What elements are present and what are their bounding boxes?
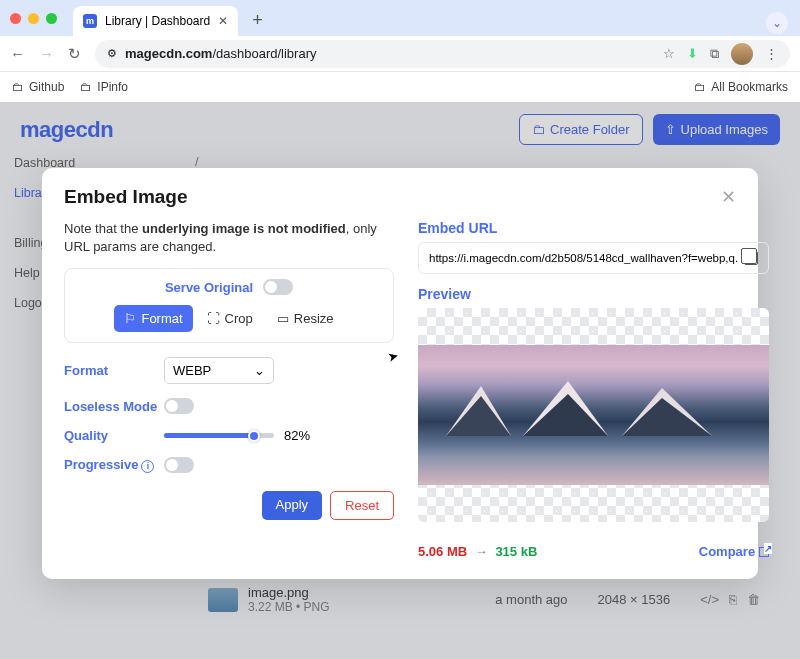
serve-original-label: Serve Original — [165, 280, 253, 295]
bookmarks-bar: 🗀Github 🗀IPinfo 🗀All Bookmarks — [0, 72, 800, 102]
bookmark-github[interactable]: 🗀Github — [12, 80, 64, 94]
favicon-icon: m — [83, 14, 97, 28]
preview-label: Preview — [418, 286, 769, 302]
lossless-toggle[interactable] — [164, 398, 194, 414]
progressive-toggle[interactable] — [164, 457, 194, 473]
size-comparison: 5.06 MB → 315 kB — [418, 544, 537, 559]
bookmark-all[interactable]: 🗀All Bookmarks — [694, 80, 788, 94]
star-icon[interactable]: ☆ — [663, 46, 675, 61]
browser-tabstrip: m Library | Dashboard ✕ + ⌄ — [0, 0, 800, 36]
url-path: /dashboard/library — [212, 46, 316, 61]
quality-value: 82% — [284, 428, 310, 443]
embed-url-label: Embed URL — [418, 220, 769, 236]
copy-url-icon[interactable] — [744, 251, 758, 265]
maximize-window-icon[interactable] — [46, 13, 57, 24]
embed-image-modal: Embed Image ✕ Note that the underlying i… — [42, 168, 758, 579]
crop-icon: ⛶ — [207, 311, 220, 326]
apply-button[interactable]: Apply — [262, 491, 323, 520]
arrow-icon: → — [475, 544, 488, 559]
folder-icon: 🗀 — [80, 80, 92, 94]
close-icon[interactable]: ✕ — [721, 186, 736, 208]
close-window-icon[interactable] — [10, 13, 21, 24]
forward-icon[interactable]: → — [39, 45, 54, 62]
folder-icon: 🗀 — [12, 80, 24, 94]
browser-tab[interactable]: m Library | Dashboard ✕ — [73, 6, 238, 36]
embed-url-value: https://i.magecdn.com/d2b508/5148cd_wall… — [429, 252, 738, 264]
chevron-down-icon: ⌄ — [254, 363, 265, 378]
modal-title: Embed Image — [64, 186, 188, 208]
size-before: 5.06 MB — [418, 544, 467, 559]
collapse-icon[interactable]: ⌄ — [766, 12, 788, 34]
address-bar[interactable]: ⚙ magecdn.com/dashboard/library ☆ ⬇ ⧉ ⋮ — [95, 40, 790, 68]
compare-link[interactable]: Compare — [699, 544, 769, 559]
embed-url-field[interactable]: https://i.magecdn.com/d2b508/5148cd_wall… — [418, 242, 769, 274]
preview-image — [418, 308, 769, 522]
menu-icon[interactable]: ⋮ — [765, 46, 778, 61]
url-host: magecdn.com — [125, 46, 212, 61]
size-after: 315 kB — [495, 544, 537, 559]
folder-icon: 🗀 — [694, 80, 706, 94]
window-controls — [10, 13, 57, 24]
info-icon[interactable]: i — [141, 460, 154, 473]
format-select[interactable]: WEBP⌄ — [164, 357, 274, 384]
format-label: Format — [64, 363, 164, 378]
modal-note: Note that the underlying image is not mo… — [64, 220, 394, 256]
format-icon: ⚐ — [124, 311, 136, 326]
profile-avatar[interactable] — [731, 43, 753, 65]
close-tab-icon[interactable]: ✕ — [218, 14, 228, 28]
tab-title: Library | Dashboard — [105, 14, 210, 28]
external-link-icon — [759, 547, 769, 557]
browser-toolbar: ← → ↻ ⚙ magecdn.com/dashboard/library ☆ … — [0, 36, 800, 72]
tab-format[interactable]: ⚐Format — [114, 305, 192, 332]
back-icon[interactable]: ← — [10, 45, 25, 62]
lossless-label: Loseless Mode — [64, 399, 164, 414]
site-info-icon[interactable]: ⚙ — [107, 47, 117, 60]
resize-icon: ▭ — [277, 311, 289, 326]
serve-original-toggle[interactable] — [263, 279, 293, 295]
reload-icon[interactable]: ↻ — [68, 45, 81, 63]
tab-crop[interactable]: ⛶Crop — [197, 305, 263, 332]
quality-label: Quality — [64, 428, 164, 443]
progressive-label: Progressivei — [64, 457, 164, 473]
extensions-icon[interactable]: ⧉ — [710, 46, 719, 62]
download-icon[interactable]: ⬇ — [687, 46, 698, 61]
new-tab-button[interactable]: + — [252, 6, 263, 31]
bookmark-ipinfo[interactable]: 🗀IPinfo — [80, 80, 128, 94]
quality-slider[interactable] — [164, 433, 274, 438]
reset-button[interactable]: Reset — [330, 491, 394, 520]
minimize-window-icon[interactable] — [28, 13, 39, 24]
tab-resize[interactable]: ▭Resize — [267, 305, 344, 332]
